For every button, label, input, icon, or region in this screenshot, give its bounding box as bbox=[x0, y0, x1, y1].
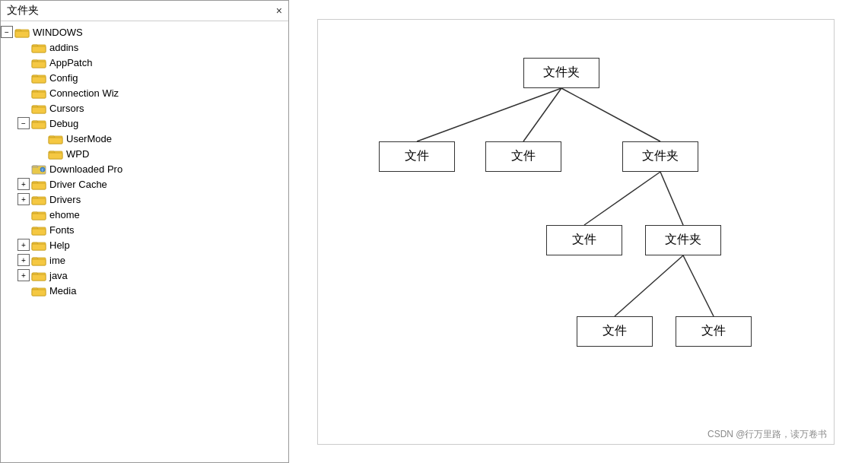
folder-icon bbox=[31, 208, 46, 220]
expand-icon[interactable]: + bbox=[17, 193, 30, 205]
expand-icon[interactable]: + bbox=[17, 239, 30, 251]
tree-item-ehome[interactable]: ehome bbox=[1, 207, 288, 222]
folder-icon bbox=[31, 102, 46, 114]
folder-icon: ! bbox=[31, 163, 46, 175]
folder-icon bbox=[31, 87, 46, 99]
folder-icon bbox=[31, 117, 46, 129]
folder-icon bbox=[31, 239, 46, 251]
folder-icon bbox=[14, 26, 30, 38]
close-button[interactable]: × bbox=[276, 5, 282, 17]
tree-item-drivercache[interactable]: + Driver Cache bbox=[1, 176, 288, 192]
diagram-node-n5: 文件 bbox=[546, 225, 622, 255]
svg-rect-30 bbox=[32, 244, 46, 250]
panel-title: 文件夹 bbox=[7, 4, 39, 17]
node-label: 文件 bbox=[572, 232, 596, 248]
expand-icon[interactable]: + bbox=[17, 269, 30, 281]
diagram-node-n3: 文件 bbox=[485, 141, 561, 172]
tree-item-connectionwiz[interactable]: Connection Wiz bbox=[1, 85, 288, 100]
item-label: Media bbox=[49, 285, 76, 297]
svg-rect-11 bbox=[32, 107, 46, 113]
diagram-area: 文件夹文件文件文件夹文件文件夹文件文件CSDN @行万里路，读万卷书 bbox=[317, 19, 835, 445]
folder-icon bbox=[31, 71, 46, 84]
svg-line-38 bbox=[523, 88, 561, 141]
svg-rect-5 bbox=[32, 62, 46, 68]
node-label: 文件夹 bbox=[543, 65, 580, 81]
item-label: Help bbox=[49, 239, 70, 251]
panel-header: 文件夹 × bbox=[1, 1, 288, 21]
item-label: Cursors bbox=[49, 103, 84, 114]
item-label: WINDOWS bbox=[33, 27, 83, 38]
svg-line-39 bbox=[561, 88, 660, 141]
folder-icon bbox=[31, 269, 46, 281]
collapse-icon[interactable]: − bbox=[17, 117, 30, 129]
item-label: Fonts bbox=[49, 224, 75, 236]
svg-line-37 bbox=[417, 88, 561, 141]
tree-container[interactable]: − WINDOWS addins AppPatch Config Connect… bbox=[1, 21, 288, 462]
tree-item-media[interactable]: Media bbox=[1, 283, 288, 298]
svg-rect-15 bbox=[49, 138, 62, 144]
tree-item-addins[interactable]: addins bbox=[1, 40, 288, 55]
folder-icon bbox=[48, 147, 63, 160]
tree-item-apppatch[interactable]: AppPatch bbox=[1, 55, 288, 70]
diagram-node-n7: 文件 bbox=[577, 316, 653, 347]
item-label: AppPatch bbox=[49, 57, 92, 68]
node-label: 文件 bbox=[511, 148, 536, 164]
diagram-node-n1: 文件夹 bbox=[523, 58, 599, 88]
svg-rect-7 bbox=[32, 77, 46, 83]
node-label: 文件 bbox=[603, 323, 627, 339]
item-label: Config bbox=[49, 72, 78, 84]
item-label: Drivers bbox=[49, 194, 81, 205]
svg-line-40 bbox=[584, 172, 660, 225]
svg-rect-28 bbox=[32, 229, 46, 235]
svg-rect-26 bbox=[32, 214, 46, 220]
folder-icon bbox=[31, 193, 46, 205]
item-label: ime bbox=[49, 255, 65, 266]
tree-item-usermode[interactable]: UserMode bbox=[1, 131, 288, 146]
tree-item-fonts[interactable]: Fonts bbox=[1, 222, 288, 237]
tree-item-cursors[interactable]: Cursors bbox=[1, 100, 288, 116]
diagram-node-n2: 文件 bbox=[379, 141, 455, 172]
watermark: CSDN @行万里路，读万卷书 bbox=[707, 428, 828, 441]
item-label: ehome bbox=[49, 209, 80, 220]
expand-icon[interactable]: + bbox=[17, 178, 30, 190]
folder-icon bbox=[31, 284, 46, 297]
file-tree-panel: 文件夹 × − WINDOWS addins AppPatch Config C… bbox=[0, 0, 289, 463]
item-label: Driver Cache bbox=[49, 179, 107, 190]
svg-rect-17 bbox=[49, 153, 62, 159]
svg-rect-22 bbox=[32, 183, 46, 189]
tree-item-ime[interactable]: + ime bbox=[1, 252, 288, 268]
item-label: Downloaded Pro bbox=[49, 163, 122, 175]
folder-icon bbox=[31, 254, 46, 266]
diagram-node-n6: 文件夹 bbox=[645, 225, 721, 255]
tree-item-debug[interactable]: − Debug bbox=[1, 116, 288, 131]
folder-icon bbox=[31, 178, 46, 190]
item-label: Debug bbox=[49, 118, 78, 129]
svg-rect-1 bbox=[15, 31, 29, 37]
diagram-node-n8: 文件 bbox=[676, 316, 752, 347]
tree-item-downloadedpro[interactable]: ! Downloaded Pro bbox=[1, 161, 288, 176]
svg-line-43 bbox=[683, 255, 714, 316]
node-label: 文件夹 bbox=[665, 232, 701, 248]
expand-icon[interactable]: + bbox=[17, 254, 30, 266]
svg-rect-9 bbox=[32, 92, 46, 98]
svg-rect-34 bbox=[32, 274, 46, 281]
tree-item-java[interactable]: + java bbox=[1, 268, 288, 283]
tree-item-config[interactable]: Config bbox=[1, 70, 288, 85]
item-label: UserMode bbox=[66, 133, 112, 144]
node-label: 文件夹 bbox=[642, 148, 679, 164]
collapse-icon[interactable]: − bbox=[1, 26, 13, 38]
svg-rect-32 bbox=[32, 259, 46, 265]
folder-icon bbox=[31, 224, 46, 236]
right-panel: 文件夹文件文件文件夹文件文件夹文件文件CSDN @行万里路，读万卷书 bbox=[289, 0, 868, 463]
item-label: WPD bbox=[66, 148, 89, 160]
tree-item-help[interactable]: + Help bbox=[1, 237, 288, 252]
item-label: addins bbox=[49, 42, 78, 53]
tree-item-wpd[interactable]: WPD bbox=[1, 146, 288, 161]
folder-icon bbox=[31, 56, 46, 68]
svg-rect-13 bbox=[32, 122, 46, 128]
node-label: 文件 bbox=[405, 148, 429, 164]
tree-item-windows[interactable]: − WINDOWS bbox=[1, 24, 288, 40]
svg-rect-3 bbox=[32, 46, 46, 52]
tree-item-drivers[interactable]: + Drivers bbox=[1, 192, 288, 207]
svg-rect-24 bbox=[32, 198, 46, 205]
